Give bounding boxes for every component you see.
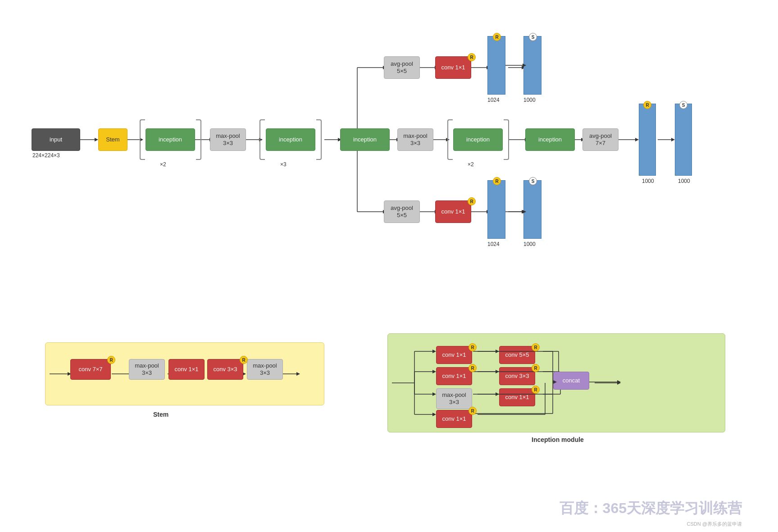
x2b-label: ×2 [468, 161, 474, 168]
stem-box: Stem [98, 128, 127, 151]
inception-x3-box: inception [266, 128, 315, 151]
main-bar-1000a-label: 1000 [642, 178, 654, 184]
bracket-x2b-left [447, 119, 453, 160]
watermark: 百度：365天深度学习训练营 [560, 499, 742, 518]
svg-marker-21 [671, 138, 675, 141]
badge-r-main1: R [643, 101, 651, 109]
inc-conv1x1-mid: conv 1×1 [436, 367, 472, 385]
badge-r-aux2-bar: R [493, 177, 501, 185]
stem-conv7x7-box: conv 7×7 [70, 359, 111, 380]
badge-r-stem-conv3: R [240, 356, 248, 364]
main-bar-1000b [675, 104, 692, 176]
stem-conv1x1-box: conv 1×1 [168, 359, 205, 380]
badge-r-inc-pool: R [532, 386, 540, 394]
badge-r-inc-c5: R [532, 343, 540, 351]
inception-single-box: inception [340, 128, 390, 151]
inc-conv1x1-top: conv 1×1 [436, 346, 472, 364]
maxpool1-box: max-pool 3×3 [210, 128, 246, 151]
stem-maxpool2-box: max-pool 3×3 [247, 359, 283, 380]
aux1-bar-1000 [523, 36, 541, 95]
arrows-svg [0, 0, 778, 315]
aux2-bar-1000 [523, 180, 541, 239]
inception-x2-box: inception [146, 128, 195, 151]
bracket-x2-left [140, 119, 145, 160]
inc-conv1x1-pool: conv 1×1 [499, 388, 535, 406]
inc-maxpool: max-pool 3×3 [436, 388, 472, 409]
x3-label: ×3 [280, 161, 287, 168]
badge-r-aux1-conv: R [468, 53, 476, 61]
maxpool2-box: max-pool 3×3 [397, 128, 433, 151]
inception-x2b-box: inception [453, 128, 503, 151]
badge-r-inc-c1m: R [469, 364, 477, 372]
watermark-sub: CSDN @养乐多的蓝申请 [687, 521, 742, 527]
badge-r-aux2-conv: R [468, 197, 476, 205]
inc-conv3x3: conv 3×3 [499, 367, 535, 385]
badge-r-inc-c1: R [469, 343, 477, 351]
bracket-x2-right [196, 119, 201, 160]
badge-r-inc-c3: R [532, 364, 540, 372]
aux1-conv-box: conv 1×1 [435, 56, 471, 79]
main-bar-1000a [639, 104, 656, 176]
input-box: input [32, 128, 80, 151]
badge-r-inc-c1b: R [469, 407, 477, 415]
badge-r-stem-conv7: R [107, 356, 115, 364]
svg-marker-1 [95, 138, 98, 141]
avgpool-main-box: avg-pool 7×7 [582, 128, 619, 151]
badge-s-aux1: S [529, 33, 537, 41]
aux1-bar-1024 [487, 36, 505, 95]
aux2-avgpool-box: avg-pool 5×5 [384, 200, 420, 223]
aux1-avgpool-box: avg-pool 5×5 [384, 56, 420, 79]
aux2-conv-box: conv 1×1 [435, 200, 471, 223]
inc-conv1x1-bottom: conv 1×1 [436, 410, 472, 428]
aux2-bar-1000-label: 1000 [523, 241, 536, 247]
svg-marker-19 [635, 138, 639, 141]
badge-s-main: S [679, 101, 687, 109]
inc-concat: concat [553, 372, 589, 390]
diagram-container: input 224×224×3 Stem inception ×2 max-po… [0, 0, 778, 532]
stem-maxpool1-box: max-pool 3×3 [129, 359, 165, 380]
badge-r-aux1-bar: R [493, 33, 501, 41]
badge-s-aux2: S [529, 177, 537, 185]
bracket-x3-right [316, 119, 322, 160]
stem-conv3x3-box: conv 3×3 [207, 359, 243, 380]
inception-detail-title: Inception module [532, 436, 584, 443]
aux2-arrows [0, 180, 778, 270]
bracket-x3-left [259, 119, 265, 160]
main-bar-1000b-label: 1000 [678, 178, 690, 184]
aux1-bar-1024-label: 1024 [487, 97, 500, 103]
aux2-bar-1024-label: 1024 [487, 241, 500, 247]
inception5-box: inception [525, 128, 575, 151]
bracket-x2b-right [504, 119, 509, 160]
stem-detail-title: Stem [153, 411, 168, 418]
aux1-bar-1000-label: 1000 [523, 97, 536, 103]
input-sublabel: 224×224×3 [32, 152, 60, 159]
x2-label: ×2 [160, 161, 166, 168]
aux2-bar-1024 [487, 180, 505, 239]
inc-conv5x5: conv 5×5 [499, 346, 535, 364]
